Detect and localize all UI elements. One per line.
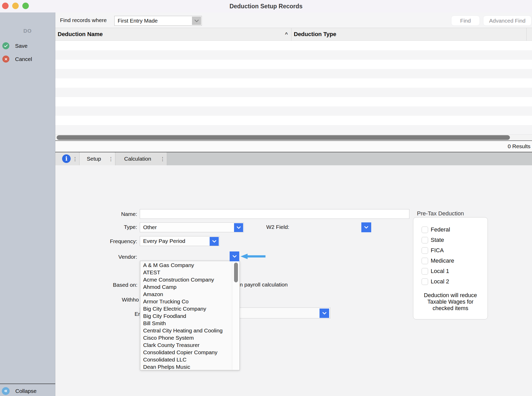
vendor-option[interactable]: Consolidated Copier Company <box>140 349 232 356</box>
w2-field-dropdown-button[interactable] <box>361 222 371 232</box>
results-count: 0 Results <box>508 141 530 152</box>
find-records-where-label: Find records where <box>60 12 107 28</box>
vendor-option[interactable]: A & M Gas Company <box>140 262 232 269</box>
checkbox-fica[interactable] <box>422 247 428 254</box>
vendor-option[interactable]: Acme Construction Company <box>140 276 232 283</box>
cancel-label: Cancel <box>15 56 32 62</box>
tab-bar: i ⋮ Setup ⋮ Calculation ⋮ <box>55 152 532 165</box>
pretax-deduction-title: Pre-Tax Deduction <box>417 210 464 217</box>
table-row[interactable] <box>55 125 532 134</box>
table-header-row: Deduction Name ^ Deduction Type <box>55 28 532 41</box>
vendor-option[interactable]: Central City Heating and Cooling <box>140 327 232 334</box>
pretax-deduction-panel: Federal State FICA Medicare Local 1 Loca… <box>413 217 488 319</box>
checkbox-label-federal: Federal <box>431 226 450 233</box>
checkbox-label-medicare: Medicare <box>431 257 454 264</box>
frequency-selected-value: Every Pay Period <box>143 236 185 246</box>
horizontal-scrollbar-thumb[interactable] <box>57 135 510 140</box>
table-row[interactable] <box>55 106 532 116</box>
find-field-select[interactable]: First Entry Made <box>114 16 202 26</box>
pretax-note-line: Deduction will reduce <box>416 292 485 299</box>
column-header-deduction-name[interactable]: Deduction Name <box>58 28 103 40</box>
frequency-select[interactable]: Every Pay Period <box>140 236 220 246</box>
vendor-option[interactable]: Big City Foodland <box>140 312 232 320</box>
table-row[interactable] <box>55 69 532 78</box>
name-input[interactable] <box>140 209 409 219</box>
results-strip: 0 Results <box>55 141 532 152</box>
table-row[interactable] <box>55 97 532 106</box>
horizontal-scrollbar[interactable] <box>55 134 532 140</box>
vendor-option[interactable]: Consolidated LLC <box>140 356 232 363</box>
column-header-deduction-type[interactable]: Deduction Type <box>294 28 336 40</box>
vendor-options: A & M Gas Company ATEST Acme Constructio… <box>140 262 232 371</box>
based-on-label: Based on: <box>96 282 137 288</box>
results-table: Deduction Name ^ Deduction Type <box>55 28 532 141</box>
deduction-setup-window: Deduction Setup Records DO Save Cancel «… <box>0 0 532 396</box>
vendor-option[interactable]: Big City Electric Company <box>140 305 232 312</box>
vendor-option[interactable]: Cisco Phone System <box>140 334 232 342</box>
tab-calculation[interactable]: Calculation ⋮ <box>115 152 167 165</box>
cancel-x-icon <box>2 56 9 63</box>
w2-field-label: W2 Field: <box>266 224 289 230</box>
type-label: Type: <box>96 224 137 230</box>
table-row[interactable] <box>55 41 532 50</box>
find-button[interactable]: Find <box>451 16 480 26</box>
table-row[interactable] <box>55 88 532 97</box>
checkbox-label-local2: Local 2 <box>431 278 449 285</box>
table-row[interactable] <box>55 60 532 69</box>
vendor-option[interactable]: Ahmod Camp <box>140 283 232 291</box>
type-selected-value: Other <box>143 223 157 232</box>
info-icon: i <box>62 154 71 163</box>
checkbox-local1[interactable] <box>422 268 428 275</box>
tab-setup-label: Setup <box>79 156 108 162</box>
sort-ascending-icon: ^ <box>285 28 288 40</box>
chevron-down-icon[interactable] <box>210 237 219 246</box>
tab-drag-handle-icon[interactable]: ⋮ <box>160 156 167 162</box>
vendor-dropdown-list: A & M Gas Company ATEST Acme Constructio… <box>140 261 240 370</box>
tab-setup[interactable]: Setup ⋮ <box>79 152 115 165</box>
annotation-arrow-icon <box>241 254 265 259</box>
vendor-option[interactable]: Dean Phelps Music <box>140 363 232 371</box>
tab-drag-handle-icon[interactable]: ⋮ <box>108 156 115 162</box>
checkbox-state[interactable] <box>422 237 428 243</box>
table-row[interactable] <box>55 50 532 60</box>
frequency-label: Frequency: <box>96 238 137 244</box>
vendor-dropdown-button[interactable] <box>230 251 239 261</box>
checkbox-label-state: State <box>431 237 444 243</box>
type-select[interactable]: Other <box>140 222 244 232</box>
find-button-label: Find <box>460 18 471 24</box>
collapse-sidebar-button[interactable]: « Collapse <box>2 387 37 395</box>
sidebar-divider <box>0 384 55 384</box>
vendor-option[interactable]: Armor Trucking Co <box>140 298 232 305</box>
name-label: Name: <box>96 211 137 217</box>
pretax-note-line: Taxable Wages for <box>416 299 485 305</box>
table-row[interactable] <box>55 78 532 88</box>
advanced-find-button-label: Advanced Find <box>489 18 526 24</box>
cancel-button[interactable]: Cancel <box>2 56 32 63</box>
vendor-option[interactable]: Amazon <box>140 291 232 298</box>
vertical-scrollbar-thumb[interactable] <box>234 263 238 282</box>
tab-drag-handle-icon[interactable]: ⋮ <box>72 156 79 162</box>
chevron-down-icon[interactable] <box>234 223 243 232</box>
setup-form: Name: Type: Other W2 Field: Frequency: E… <box>55 165 532 396</box>
pretax-note-line: checked items <box>416 305 485 312</box>
save-button[interactable]: Save <box>2 42 28 49</box>
pretax-note: Deduction will reduce Taxable Wages for … <box>416 292 485 312</box>
table-row[interactable] <box>55 116 532 125</box>
collapse-chevrons-icon: « <box>2 387 10 395</box>
checkbox-federal[interactable] <box>422 227 428 233</box>
checkbox-local2[interactable] <box>422 278 428 285</box>
sidebar: DO Save Cancel « Collapse <box>0 12 55 396</box>
vendor-option[interactable]: ATEST <box>140 269 232 276</box>
tab-info[interactable]: i ⋮ <box>55 152 79 165</box>
chevron-down-icon[interactable] <box>320 309 329 318</box>
advanced-find-button[interactable]: Advanced Find <box>483 16 531 26</box>
checkbox-label-fica: FICA <box>431 247 444 254</box>
vendor-option[interactable]: Clark County Treasurer <box>140 342 232 349</box>
window-title: Deduction Setup Records <box>0 0 532 12</box>
vendor-option[interactable]: Bill Smith <box>140 320 232 327</box>
vertical-scrollbar[interactable] <box>232 261 240 370</box>
find-field-selected-value: First Entry Made <box>118 16 158 25</box>
title-bar: Deduction Setup Records <box>0 0 532 13</box>
withholding-label: Withho <box>122 297 139 303</box>
checkbox-medicare[interactable] <box>422 258 428 264</box>
